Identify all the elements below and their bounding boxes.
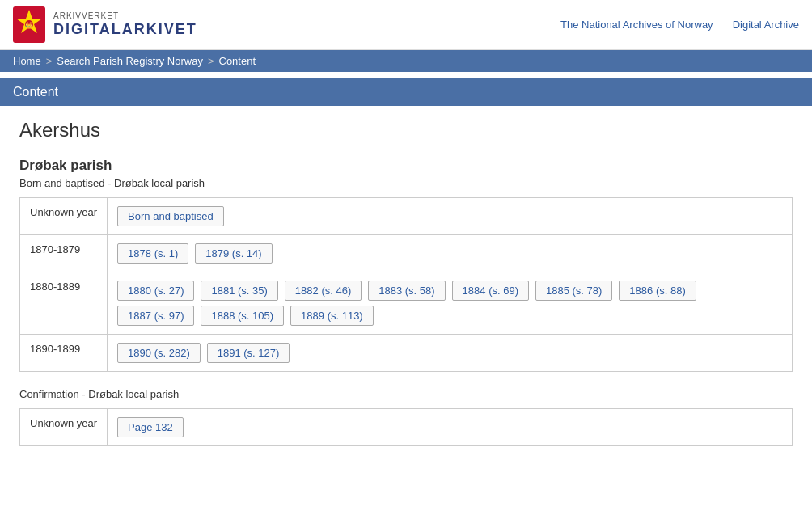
entries-cell: 1880 (s. 27) 1881 (s. 35) 1882 (s. 46) 1…: [108, 272, 793, 335]
entry-button[interactable]: 1884 (s. 69): [452, 281, 529, 301]
entries-cell: 1878 (s. 1) 1879 (s. 14): [108, 235, 793, 272]
confirmation-subtitle: Confirmation - Drøbak local parish: [19, 388, 793, 400]
entries-row: 1890 (s. 282) 1891 (s. 127): [117, 343, 782, 363]
entry-button[interactable]: 1883 (s. 58): [368, 281, 445, 301]
breadcrumb-search[interactable]: Search Parish Registry Norway: [57, 55, 203, 67]
entries-row: Page 132: [117, 417, 782, 437]
table-row: 1890-1899 1890 (s. 282) 1891 (s. 127): [20, 335, 793, 372]
entry-button[interactable]: 1878 (s. 1): [117, 243, 188, 264]
entry-button[interactable]: 1879 (s. 14): [195, 243, 272, 264]
confirmation-section: Confirmation - Drøbak local parish Unkno…: [19, 388, 793, 446]
born-baptised-section: Drøbak parish Born and baptised - Drøbak…: [19, 158, 793, 372]
table-row: Unknown year Born and baptised: [20, 198, 793, 235]
digital-archive-link[interactable]: Digital Archive: [733, 19, 799, 31]
entries-row: Born and baptised: [117, 206, 782, 226]
breadcrumb: Home > Search Parish Registry Norway > C…: [0, 50, 812, 72]
national-archives-link[interactable]: The National Archives of Norway: [560, 19, 713, 31]
header-links: The National Archives of Norway Digital …: [560, 19, 799, 31]
parish-title: Drøbak parish: [19, 158, 793, 174]
year-cell: Unknown year: [20, 409, 108, 446]
entry-button[interactable]: 1880 (s. 27): [117, 281, 194, 301]
entry-button[interactable]: Page 132: [117, 417, 184, 437]
entry-button[interactable]: 1887 (s. 97): [117, 306, 194, 326]
logo-area: 👑 ARKIVVERKET DIGITALARKIVET: [13, 6, 197, 43]
entry-button[interactable]: 1890 (s. 282): [117, 343, 201, 363]
entry-button[interactable]: 1891 (s. 127): [207, 343, 290, 363]
entries-row: 1880 (s. 27) 1881 (s. 35) 1882 (s. 46) 1…: [117, 281, 782, 301]
region-title: Akershus: [19, 119, 793, 141]
entries-cell: Born and baptised: [108, 198, 793, 235]
year-cell: 1890-1899: [20, 335, 108, 372]
content-header-bar: Content: [0, 78, 812, 106]
table-row: 1870-1879 1878 (s. 1) 1879 (s. 14): [20, 235, 793, 272]
logo-icon: 👑: [13, 6, 45, 43]
header: 👑 ARKIVVERKET DIGITALARKIVET The Nationa…: [0, 0, 812, 50]
table-row: 1880-1889 1880 (s. 27) 1881 (s. 35) 1882…: [20, 272, 793, 335]
entry-button[interactable]: Born and baptised: [117, 206, 224, 226]
main-content: Akershus Drøbak parish Born and baptised…: [0, 106, 812, 475]
content-header-label: Content: [13, 85, 58, 99]
born-baptised-subtitle: Born and baptised - Drøbak local parish: [19, 177, 793, 189]
logo-bottom-line: DIGITALARKIVET: [53, 21, 197, 39]
year-cell: 1880-1889: [20, 272, 108, 335]
year-cell: Unknown year: [20, 198, 108, 235]
entry-button[interactable]: 1885 (s. 78): [535, 281, 612, 301]
breadcrumb-sep2: >: [208, 55, 214, 67]
born-baptised-table: Unknown year Born and baptised 1870-1879: [19, 197, 793, 372]
entries-row: 1878 (s. 1) 1879 (s. 14): [117, 243, 782, 264]
entry-button[interactable]: 1888 (s. 105): [201, 306, 284, 326]
breadcrumb-current: Content: [219, 55, 256, 67]
entries-cell: Page 132: [108, 409, 793, 446]
entry-button[interactable]: 1886 (s. 88): [619, 281, 696, 301]
logo-top-line: ARKIVVERKET: [53, 11, 197, 21]
table-row: Unknown year Page 132: [20, 409, 793, 446]
breadcrumb-sep1: >: [46, 55, 53, 67]
entry-button[interactable]: 1882 (s. 46): [285, 281, 362, 301]
year-cell: 1870-1879: [20, 235, 108, 272]
entries-cell: 1890 (s. 282) 1891 (s. 127): [108, 335, 793, 372]
confirmation-table: Unknown year Page 132: [19, 408, 793, 446]
svg-text:👑: 👑: [25, 21, 33, 29]
breadcrumb-home[interactable]: Home: [13, 55, 41, 67]
entries-row: 1887 (s. 97) 1888 (s. 105) 1889 (s. 113): [117, 306, 782, 326]
entry-button[interactable]: 1881 (s. 35): [201, 281, 277, 301]
entry-button[interactable]: 1889 (s. 113): [290, 306, 374, 326]
logo-text: ARKIVVERKET DIGITALARKIVET: [53, 11, 197, 39]
